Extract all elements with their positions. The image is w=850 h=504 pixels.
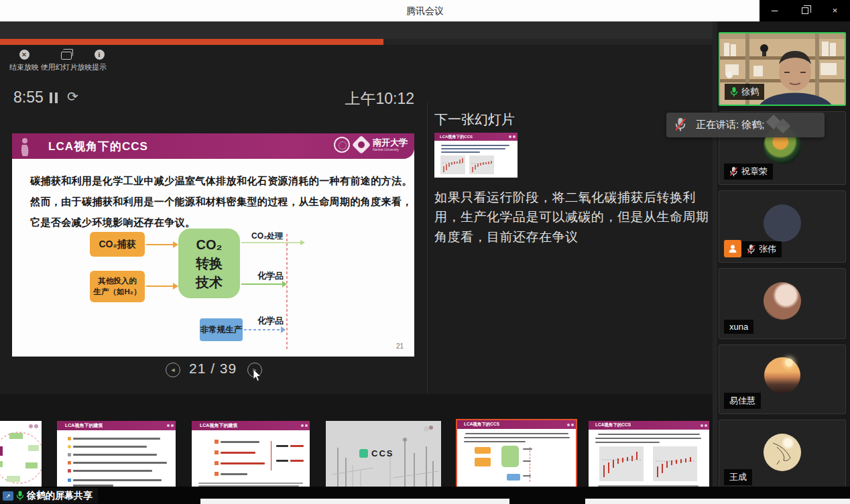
participant-avatar	[764, 282, 801, 320]
sidebar-scrollbar[interactable]	[713, 21, 717, 487]
participant-avatar	[764, 204, 801, 242]
participant-name-badge: 祝章荣	[724, 164, 773, 180]
person-icon	[728, 244, 737, 253]
mouse-cursor	[253, 369, 262, 382]
slide-page-number: 21	[396, 342, 404, 350]
participant-name-badge: xuna	[724, 320, 753, 334]
background-window-edge	[585, 499, 850, 504]
participant-avatar	[764, 357, 800, 393]
thumbnail-slide-18[interactable]: LCA视角下的建筑	[57, 421, 176, 491]
participant-name-badge: 张伟	[741, 241, 782, 257]
info-icon: i	[95, 50, 105, 60]
restore-icon	[802, 7, 808, 14]
next-slide-header: 下一张幻灯片	[434, 111, 515, 129]
end-show-icon: ✕	[19, 50, 29, 60]
tencent-meeting-window: 腾讯会议 ─ × ✕ 结束放映 使用幻灯片放映 i 提示 8:55 ⟳ 上午10…	[0, 0, 850, 504]
mic-muted-icon	[729, 167, 738, 177]
mic-muted-icon	[747, 245, 755, 255]
diagram-label-chemical: 化学品	[257, 315, 284, 327]
diagram-box-other-inputs: 其他投入的 生产（如H₂）	[90, 271, 145, 302]
next-thumb-header: LCA视角下的CCS	[434, 133, 518, 141]
next-thumb-chart	[469, 155, 494, 174]
presentation-progress-bar	[0, 39, 383, 45]
window-titlebar: 腾讯会议	[0, 0, 850, 21]
current-slide[interactable]: LCA视角下的CCS 南开大学 Nankai University 碳捕获和利用…	[12, 133, 414, 357]
mic-on-icon	[730, 87, 738, 97]
ccs-label: CCS	[371, 448, 393, 458]
participant-tile-xuna[interactable]: xuna	[719, 268, 846, 339]
thumbnail-slide-22[interactable]: LCA视角下的CCS	[589, 421, 709, 491]
participant-tile-zhangwei[interactable]: 张伟	[719, 190, 846, 263]
thumbnail-slide-19[interactable]: LCA视角下的建筑	[192, 421, 310, 491]
diagram-label-co2-treatment: CO₂处理	[251, 231, 283, 242]
window-title: 腾讯会议	[0, 0, 850, 21]
tips-button[interactable]: i 提示	[87, 50, 111, 72]
avatar-sun-detail	[785, 359, 793, 367]
timer-pause-button[interactable]	[50, 92, 59, 103]
speaking-indicator-banner: 正在讲话: 徐鹤;	[666, 113, 825, 137]
thumbnail-slide-20[interactable]: CCS	[326, 421, 441, 491]
screen-share-label: ↗ 徐鹤的屏幕共享	[0, 488, 98, 503]
host-person-badge	[724, 240, 741, 257]
mic-muted-icon	[674, 118, 686, 132]
participant-tile-wangcheng[interactable]: 王成	[719, 420, 846, 491]
next-slide-thumbnail[interactable]: LCA视角下的CCS	[434, 133, 518, 178]
window-controls: ─ ×	[760, 0, 850, 21]
end-show-button[interactable]: ✕ 结束放映	[7, 50, 42, 72]
presentation-timer: 8:55	[13, 88, 44, 107]
participant-name-badge: 徐鹤	[725, 84, 764, 100]
slideshow-icon	[61, 52, 72, 60]
avatar-ink-detail	[768, 438, 798, 468]
use-slideshow-button[interactable]: 使用幻灯片放映	[39, 50, 94, 72]
diagram-box-unconventional: 非常规生产	[200, 318, 243, 341]
current-time: 上午10:12	[295, 88, 414, 109]
presenter-top-strip	[0, 21, 713, 39]
circular-diagram-preview	[0, 421, 42, 491]
participant-tile-xuhe[interactable]: 徐鹤	[719, 32, 846, 106]
next-thumb-chart	[440, 155, 465, 174]
close-button[interactable]: ×	[825, 0, 845, 21]
participants-sidebar: 徐鹤 祝章荣	[713, 21, 850, 487]
minimize-button[interactable]: ─	[765, 0, 785, 21]
ccs-icon	[359, 449, 368, 458]
diagram-label-chemical: 化学品	[257, 270, 284, 282]
restore-button[interactable]	[795, 0, 815, 21]
screen-share-icon: ↗	[3, 491, 13, 501]
speaking-indicator-text: 正在讲话: 徐鹤;	[696, 119, 765, 131]
diagram-box-co2-capture: CO₂捕获	[90, 232, 145, 257]
screen-share-region: ✕ 结束放映 使用幻灯片放映 i 提示 8:55 ⟳ 上午10:12 LCA视角…	[0, 21, 713, 487]
diagram-box-co2-conversion: CO₂ 转换 技术	[178, 229, 240, 298]
panel-divider	[427, 102, 428, 424]
thumbnail-slide-21-current[interactable]: LCA视角下的CCS	[456, 419, 577, 493]
timer-reset-button[interactable]: ⟳	[67, 88, 78, 105]
participant-name-badge: 王成	[724, 469, 752, 485]
thumbnail-partial[interactable]	[0, 421, 42, 491]
speaker-notes[interactable]: 如果只看运行阶段，将二氧化碳捕获后转换利用，生产化学品是可以减碳的，但是从生命周…	[434, 188, 719, 247]
background-window-edge	[200, 499, 509, 504]
mic-on-icon	[16, 491, 24, 501]
participant-name-badge: 易佳慧	[724, 393, 761, 409]
slide-position-indicator: 21 / 39	[189, 361, 237, 377]
participant-tile-yijiahui[interactable]: 易佳慧	[719, 344, 846, 414]
presentation-progress-track	[383, 39, 713, 45]
previous-slide-button[interactable]: ◄	[166, 363, 180, 377]
